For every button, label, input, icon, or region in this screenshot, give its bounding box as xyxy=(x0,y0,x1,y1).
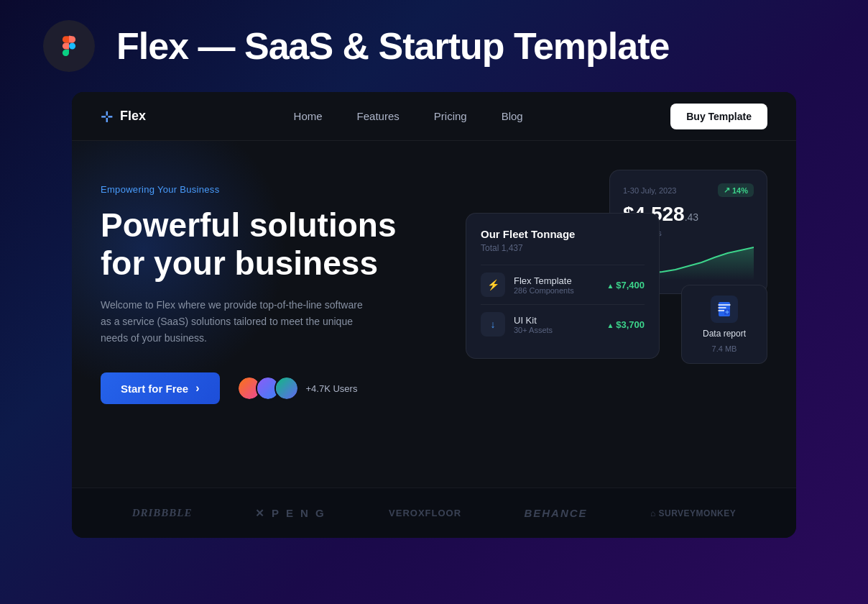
nav-logo: ⊹ Flex xyxy=(101,108,146,125)
fleet-item-1-icon: ⚡ xyxy=(481,273,505,297)
hero-actions: Start for Free › xyxy=(101,372,466,404)
hero-title: Powerful solutions for your business xyxy=(101,206,417,283)
report-size: 7.4 MB xyxy=(712,344,737,353)
fleet-item-1-info: Flex Template 286 Components xyxy=(514,275,599,295)
fleet-item-1-value: $7,400 xyxy=(607,280,645,290)
arrow-icon: › xyxy=(195,382,199,395)
arrow-up-icon: ↗ xyxy=(724,186,730,195)
avatars xyxy=(237,376,299,401)
fleet-card: Our Fleet Tonnage Total 1,437 ⚡ Flex Tem… xyxy=(466,213,660,359)
figma-logo xyxy=(43,20,95,72)
fleet-item-2: ↓ UI Kit 30+ Assets $3,700 xyxy=(481,304,645,344)
logo-surveymonkey: ⌂ SurveyMonkey xyxy=(650,508,736,518)
nav-link-features[interactable]: Features xyxy=(357,110,400,122)
fleet-item-1-name: Flex Template xyxy=(514,275,599,286)
hero-tagline: Empowering Your Business xyxy=(101,184,466,195)
hero-section: Empowering Your Business Powerful soluti… xyxy=(72,141,796,538)
nav-links: Home Features Pricing Blog xyxy=(294,110,523,122)
revenue-badge: ↗ 14% xyxy=(718,183,754,197)
users-group: +4.7K Users xyxy=(237,376,358,401)
main-card: ⊹ Flex Home Features Pricing Blog Buy Te… xyxy=(72,92,796,538)
page-title: Flex — SaaS & Startup Template xyxy=(116,24,669,68)
nav-link-pricing[interactable]: Pricing xyxy=(434,110,467,122)
fleet-item-2-icon: ↓ xyxy=(481,312,505,337)
revenue-header: 1-30 July, 2023 ↗ 14% xyxy=(623,183,754,197)
revenue-badge-value: 14% xyxy=(732,186,748,195)
avatar-3 xyxy=(274,376,299,401)
revenue-date: 1-30 July, 2023 xyxy=(623,186,676,195)
hero-left: Empowering Your Business Powerful soluti… xyxy=(101,170,466,538)
revenue-cents: .43 xyxy=(685,211,698,223)
report-icon xyxy=(711,296,738,323)
nav-link-blog[interactable]: Blog xyxy=(502,110,523,122)
hero-title-line1: Powerful solutions xyxy=(101,206,396,244)
start-btn-label: Start for Free xyxy=(121,383,188,395)
nav-brand-name: Flex xyxy=(120,109,146,124)
fleet-subtitle: Total 1,437 xyxy=(481,243,645,253)
hero-description: Welcome to Flex where we provide top-of-… xyxy=(101,297,374,347)
nav-link-home[interactable]: Home xyxy=(294,110,323,122)
fleet-item-2-detail: 30+ Assets xyxy=(514,326,599,334)
fleet-item-1: ⚡ Flex Template 286 Components $7,400 xyxy=(481,265,645,304)
fleet-item-1-detail: 286 Components xyxy=(514,286,599,295)
fleet-item-2-name: UI Kit xyxy=(514,315,599,326)
buy-template-button[interactable]: Buy Template xyxy=(670,104,767,129)
top-header: Flex — SaaS & Startup Template xyxy=(0,0,868,92)
fleet-item-2-value: $3,700 xyxy=(607,319,645,330)
navbar: ⊹ Flex Home Features Pricing Blog Buy Te… xyxy=(72,92,796,141)
start-free-button[interactable]: Start for Free › xyxy=(101,372,220,404)
hero-right: 1-30 July, 2023 ↗ 14% $4,528.43 Total Sa… xyxy=(466,170,767,538)
flex-logo-icon: ⊹ xyxy=(101,108,113,125)
fleet-title: Our Fleet Tonnage xyxy=(481,228,645,240)
report-title: Data report xyxy=(703,329,746,339)
data-report-card: Data report 7.4 MB xyxy=(681,285,767,364)
hero-title-line2: for your business xyxy=(101,244,378,282)
user-count: +4.7K Users xyxy=(306,383,358,394)
logo-behance: Behance xyxy=(524,507,587,519)
fleet-item-2-info: UI Kit 30+ Assets xyxy=(514,315,599,334)
